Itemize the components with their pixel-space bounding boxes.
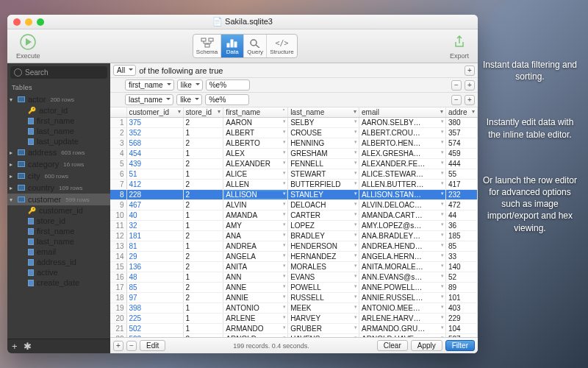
- schema-tab[interactable]: Schema: [193, 35, 221, 57]
- column-last_name[interactable]: last_name: [7, 126, 110, 136]
- table-row[interactable]: 121812ANABRADLEYANA.BRADLEY…185: [110, 231, 478, 241]
- col-last_name[interactable]: last_name▾: [288, 107, 359, 118]
- data-grid[interactable]: customer_id▾store_id▾first_name˄last_nam…: [110, 107, 478, 337]
- svg-rect-4: [205, 44, 209, 47]
- column-icon: [28, 259, 34, 266]
- table-row[interactable]: 35682ALBERTOHENNINGALBERTO.HEN…574: [110, 138, 478, 149]
- add-table-button[interactable]: +: [12, 341, 18, 352]
- rule-field[interactable]: first_name: [125, 79, 174, 91]
- svg-rect-6: [231, 40, 233, 47]
- table-row[interactable]: 17852ANNEPOWELLANNE.POWELL…89: [110, 283, 478, 293]
- table-icon: [18, 149, 25, 155]
- edit-button[interactable]: Edit: [140, 340, 165, 351]
- svg-rect-3: [209, 38, 213, 41]
- column-icon: [28, 138, 34, 145]
- table-customer[interactable]: customer599 rows: [7, 194, 110, 205]
- table-city[interactable]: city600 rows: [7, 170, 110, 182]
- add-rule-button[interactable]: +: [465, 95, 475, 105]
- filter-master: All of the following are true +: [110, 63, 478, 78]
- export-button[interactable]: Export: [445, 31, 473, 61]
- table-icon: [18, 197, 25, 202]
- col-first_name[interactable]: first_name˄: [223, 107, 288, 118]
- column-icon: [28, 218, 34, 224]
- table-row[interactable]: 44541ALEXGRESHAMALEX.GRESHA…459: [110, 149, 478, 159]
- remove-row-button[interactable]: −: [126, 341, 137, 351]
- add-rule-button[interactable]: +: [465, 66, 475, 76]
- settings-button[interactable]: ✱: [24, 341, 32, 352]
- column-icon: [28, 238, 34, 245]
- execute-button[interactable]: Execute: [12, 31, 45, 61]
- column-create_date[interactable]: create_date: [7, 277, 110, 288]
- table-row[interactable]: 94672ALVINDELOACHALVIN.DELOAC…472: [110, 200, 478, 210]
- match-select[interactable]: All: [113, 65, 136, 76]
- column-address_id[interactable]: address_id: [7, 257, 110, 267]
- table-row[interactable]: 13752AARONSELBYAARON.SELBY…380: [110, 118, 478, 128]
- table-row[interactable]: 82282ALLISONSTANLEYALLISON.STAN…232: [110, 190, 478, 200]
- table-country[interactable]: country109 rows: [7, 182, 110, 194]
- sidebar-section: Tables: [7, 82, 110, 93]
- rule-value[interactable]: [206, 79, 250, 91]
- col-store_id[interactable]: store_id▾: [183, 107, 223, 118]
- table-address[interactable]: address603 rows: [7, 146, 110, 158]
- table-row[interactable]: 13811ANDREAHENDERSONANDREA.HEND…85: [110, 241, 478, 252]
- table-row[interactable]: 215021ARMANDOGRUBERARMANDO.GRU…104: [110, 324, 478, 334]
- table-row[interactable]: 14292ANGELAHERNANDEZANGELA.HERN…33: [110, 252, 478, 262]
- remove-rule-button[interactable]: −: [451, 80, 462, 91]
- column-store_id[interactable]: store_id: [7, 216, 110, 226]
- table-row[interactable]: 23521ALBERTCROUSEALBERT.CROU…357: [110, 128, 478, 138]
- column-first_name[interactable]: first_name: [7, 116, 110, 126]
- table-icon: [18, 185, 25, 191]
- table-row[interactable]: 10401AMANDACARTERAMANDA.CART…44: [110, 210, 478, 221]
- table-icon: [18, 173, 25, 179]
- clear-button[interactable]: Clear: [377, 340, 408, 351]
- add-row-button[interactable]: +: [113, 341, 123, 351]
- column-last_name[interactable]: last_name: [7, 236, 110, 247]
- filter-rule-0: first_namelike−+: [110, 78, 478, 93]
- add-rule-button[interactable]: +: [465, 80, 475, 91]
- column-icon: [28, 128, 34, 135]
- column-icon: [28, 118, 34, 124]
- table-row[interactable]: 54392ALEXANDERFENNELLALEXANDER.FE…444: [110, 159, 478, 169]
- svg-rect-5: [227, 43, 229, 47]
- table-actor[interactable]: actor200 rows: [7, 93, 110, 105]
- table-row[interactable]: 16481ANNEVANSANN.EVANS@s…52: [110, 272, 478, 283]
- column-actor_id[interactable]: 🔑actor_id: [7, 105, 110, 116]
- column-first_name[interactable]: first_name: [7, 226, 110, 236]
- window-title: Sakila.sqlite3: [225, 17, 273, 26]
- rule-op[interactable]: like: [176, 94, 202, 105]
- structure-tab[interactable]: </>Structure: [267, 35, 296, 57]
- column-active[interactable]: active: [7, 267, 110, 277]
- table-category[interactable]: category16 rows: [7, 158, 110, 170]
- query-tab[interactable]: Query: [244, 35, 267, 57]
- table-row[interactable]: 11321AMYLOPEZAMY.LOPEZ@s…36: [110, 221, 478, 231]
- table-row[interactable]: 18972ANNIERUSSELLANNIE.RUSSEL…101: [110, 293, 478, 303]
- column-last_update[interactable]: last_update: [7, 136, 110, 146]
- sidebar: Search Tables actor200 rows🔑actor_idfirs…: [7, 63, 110, 353]
- table-row[interactable]: 151362ANITAMORALESANITA.MORALE…140: [110, 262, 478, 272]
- col-email[interactable]: email▾: [359, 107, 446, 118]
- col-addre[interactable]: addre▾: [445, 107, 477, 118]
- column-icon: [28, 228, 34, 235]
- match-tail: of the following are true: [139, 66, 223, 75]
- apply-button[interactable]: Apply: [411, 340, 442, 351]
- column-email[interactable]: email: [7, 247, 110, 257]
- filter-button[interactable]: Filter: [445, 340, 475, 351]
- toolbar: Execute Schema Data Query </>Structure E…: [7, 29, 478, 63]
- svg-line-9: [256, 45, 259, 48]
- column-customer_id[interactable]: 🔑customer_id: [7, 205, 110, 216]
- filter-rule-1: last_namelike−+: [110, 93, 478, 107]
- rule-op[interactable]: like: [177, 79, 203, 91]
- col-customer_id[interactable]: customer_id▾: [126, 107, 183, 118]
- table-row[interactable]: 202251ARLENEHARVEYARLENE.HARV…229: [110, 314, 478, 324]
- sidebar-footer: + ✱: [7, 339, 110, 353]
- rule-value[interactable]: [205, 94, 249, 105]
- table-row[interactable]: 193981ANTONIOMEEKANTONIO.MEE…403: [110, 303, 478, 314]
- search-input[interactable]: Search: [10, 66, 107, 79]
- app-window: 📄 Sakila.sqlite3 Execute Schema Data Que…: [7, 15, 478, 353]
- table-row[interactable]: 74122ALLENBUTTERFIELDALLEN.BUTTER…417: [110, 180, 478, 190]
- view-segmented: Schema Data Query </>Structure: [193, 34, 298, 58]
- rule-field[interactable]: last_name: [125, 94, 173, 105]
- table-row[interactable]: 6511ALICESTEWARTALICE.STEWAR…55: [110, 169, 478, 180]
- remove-rule-button[interactable]: −: [451, 95, 462, 105]
- data-tab[interactable]: Data: [221, 35, 244, 57]
